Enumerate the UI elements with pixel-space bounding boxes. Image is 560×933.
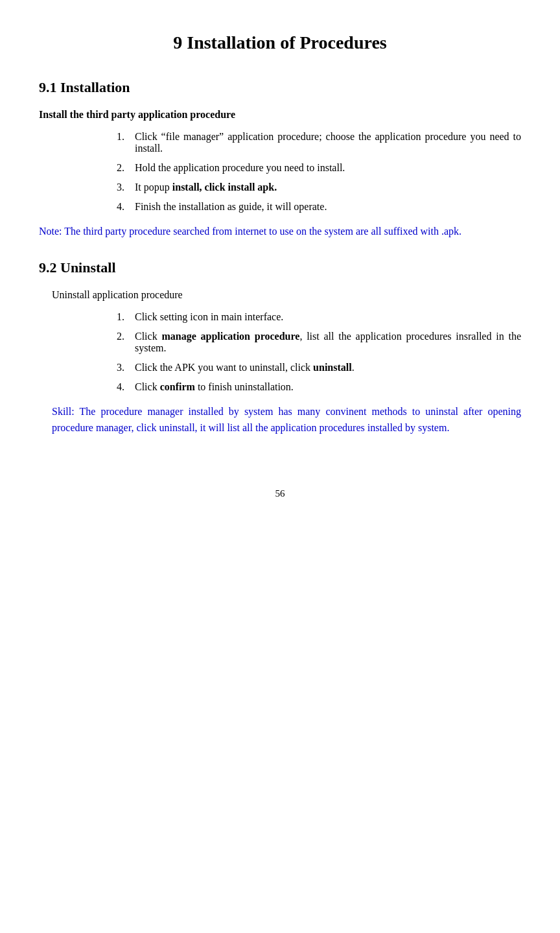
install-step-3: 3. It popup install, click install apk.: [117, 182, 521, 193]
step-content-4: Finish the installation as guide, it wil…: [135, 201, 521, 213]
uninstall-step-3: 3. Click the APK you want to uninstall, …: [117, 362, 521, 373]
step-num-4: 4.: [117, 201, 130, 213]
install-note: Note: The third party procedure searched…: [39, 223, 521, 240]
install-steps-list: 1. Click “file manager” application proc…: [117, 131, 521, 213]
step-content-3: It popup install, click install apk.: [135, 182, 521, 193]
section-91-heading: 9.1 Installation: [39, 79, 521, 96]
uninstall-step-content-1: Click setting icon in main interface.: [135, 311, 521, 323]
step-content-1: Click “file manager” application procedu…: [135, 131, 521, 154]
page-title: 9 Installation of Procedures: [39, 32, 521, 53]
uninstall-steps-list: 1. Click setting icon in main interface.…: [117, 311, 521, 393]
step-num-3: 3.: [117, 182, 130, 193]
step-num-2: 2.: [117, 162, 130, 174]
uninstall-step-content-2: Click manage application procedure, list…: [135, 331, 521, 354]
section-92-heading: 9.2 Uninstall: [39, 259, 521, 276]
section-91: 9.1 Installation Install the third party…: [39, 79, 521, 240]
section-92: 9.2 Uninstall Uninstall application proc…: [39, 259, 521, 436]
uninstall-step-2: 2. Click manage application procedure, l…: [117, 331, 521, 354]
uninstall-step-num-3: 3.: [117, 362, 130, 373]
uninstall-step-4: 4. Click confirm to finish uninstallatio…: [117, 381, 521, 393]
step-content-2: Hold the application procedure you need …: [135, 162, 521, 174]
uninstall-step-num-1: 1.: [117, 311, 130, 323]
uninstall-subsection-label: Uninstall application procedure: [52, 289, 521, 301]
install-step-4: 4. Finish the installation as guide, it …: [117, 201, 521, 213]
uninstall-step-num-2: 2.: [117, 331, 130, 354]
uninstall-step-content-4: Click confirm to finish uninstallation.: [135, 381, 521, 393]
uninstall-step-content-3: Click the APK you want to uninstall, cli…: [135, 362, 521, 373]
uninstall-step-num-4: 4.: [117, 381, 130, 393]
install-step-2: 2. Hold the application procedure you ne…: [117, 162, 521, 174]
install-subsection-label: Install the third party application proc…: [39, 109, 521, 121]
step-num-1: 1.: [117, 131, 130, 154]
install-step-1: 1. Click “file manager” application proc…: [117, 131, 521, 154]
uninstall-skill: Skill: The procedure manager installed b…: [52, 403, 521, 436]
page-number: 56: [39, 488, 521, 499]
uninstall-step-1: 1. Click setting icon in main interface.: [117, 311, 521, 323]
